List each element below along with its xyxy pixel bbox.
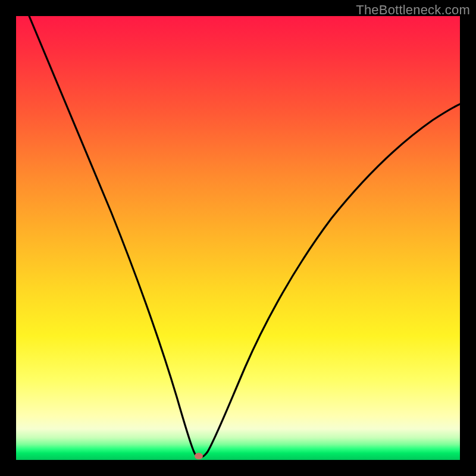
chart-frame: TheBottleneck.com: [0, 0, 476, 476]
curve-path: [29, 16, 460, 458]
optimal-point-marker: [195, 453, 203, 459]
plot-area: [16, 16, 460, 460]
watermark-text: TheBottleneck.com: [356, 2, 470, 18]
bottleneck-curve: [16, 16, 460, 460]
